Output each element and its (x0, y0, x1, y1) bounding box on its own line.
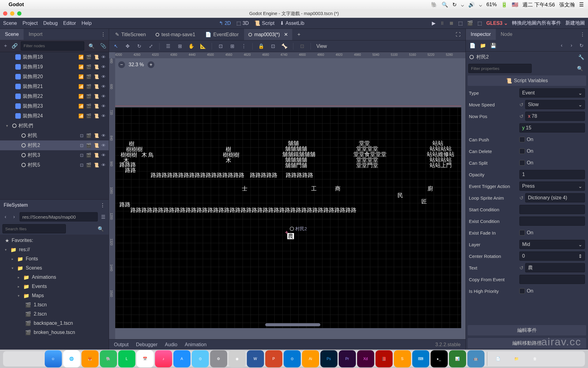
prop-startcond-value[interactable] (519, 205, 585, 214)
scene-node-child[interactable]: 村民5⊡🎬📜👁 (0, 160, 109, 170)
script-icon[interactable]: 🎬 (86, 55, 91, 59)
dock-music[interactable]: ♪ (155, 350, 172, 367)
dock-finder[interactable]: ☺ (45, 350, 62, 367)
dock-xd[interactable]: Xd (357, 350, 374, 367)
play-scene-button[interactable]: ⬚ (458, 20, 463, 26)
script-icon[interactable]: 🎬 (86, 113, 91, 118)
viewport-hscrollbar[interactable] (265, 323, 320, 326)
dock-acrobat[interactable]: 📕 (375, 350, 393, 367)
mode-script[interactable]: 📜Script (254, 20, 274, 26)
visibility-icon[interactable]: 👁 (101, 133, 106, 138)
prop-eventtrigger-dropdown[interactable]: Press⌄ (519, 182, 585, 191)
script-icon[interactable]: 🎬 (86, 163, 91, 167)
instance-icon[interactable]: ⊡ (80, 143, 84, 148)
menu-editor[interactable]: Editor (63, 21, 76, 26)
edit-event-button[interactable]: 編輯事件 (468, 325, 586, 335)
script-icon[interactable]: 🎬 (86, 104, 91, 109)
dock-terminal[interactable]: ▸_ (431, 350, 448, 367)
prop-canpush-checkbox[interactable] (519, 137, 525, 142)
script-icon[interactable]: 🎬 (86, 153, 91, 158)
script-icon[interactable]: 🎬 (86, 64, 91, 69)
dock-calendar[interactable]: 📅 (137, 350, 154, 367)
battery-percent[interactable]: 61% (486, 2, 497, 8)
scene-tree[interactable]: 裝飾用18📶🎬📜👁裝飾用19📶🎬📜👁裝飾用20📶🎬📜👁裝飾用21📶🎬📜👁裝飾用2… (0, 52, 109, 199)
script-icon[interactable]: 🎬 (86, 74, 91, 79)
signal-icon[interactable]: 📜 (94, 94, 99, 99)
scene-node-child[interactable]: 村民⊡🎬📜👁 (0, 131, 109, 140)
selected-node-label[interactable]: 村民2 (290, 226, 307, 231)
battery-icon[interactable]: 🔋 (501, 2, 507, 8)
open-scene-tab[interactable]: map0003(*)✕ (244, 29, 292, 40)
signal-icon[interactable]: 📜 (94, 84, 99, 89)
view-menu[interactable]: View (316, 44, 327, 49)
fs-view-toggle[interactable]: ☰ (100, 214, 106, 220)
instance-icon[interactable]: ⊡ (80, 133, 84, 138)
dock-activity[interactable]: 📊 (449, 350, 466, 367)
ruler-tool[interactable]: 📐 (200, 43, 206, 49)
script-icon[interactable]: 🎬 (86, 133, 91, 138)
dock-word[interactable]: W (247, 350, 264, 367)
open-scene-tab[interactable]: test-map-save1 (151, 29, 199, 40)
group-button[interactable]: ⊡ (270, 43, 276, 49)
dock-trash[interactable]: 🗑 (526, 350, 544, 367)
pan-tool[interactable]: ✋ (188, 43, 194, 49)
fs-back-button[interactable]: ‹ (2, 214, 9, 220)
instance-scene-button[interactable]: 🔗 (12, 43, 18, 49)
signal-icon[interactable]: 📜 (94, 153, 99, 158)
dock-line[interactable]: L (118, 350, 135, 367)
history-prev-button[interactable]: ‹ (559, 43, 565, 48)
object-menu-button[interactable]: 🔧 (578, 54, 584, 60)
fs-file[interactable]: 🎬2.tscn (0, 309, 109, 319)
fs-folder[interactable]: ▾📁Scenes (0, 263, 109, 273)
statusbar-evernote-icon[interactable]: 🐘 (431, 2, 437, 8)
save-resource-button[interactable]: 💾 (490, 43, 496, 48)
pause-button[interactable]: ⏸ (440, 21, 445, 26)
scene-node-child[interactable]: 村民3⊡🎬📜👁 (0, 150, 109, 160)
zoom-in-button[interactable]: + (148, 61, 154, 68)
signal-icon[interactable]: 📜 (94, 64, 99, 69)
signal-icon[interactable]: 📜 (94, 74, 99, 79)
history-next-button[interactable]: › (568, 43, 575, 48)
filter-properties-input[interactable] (468, 64, 532, 73)
close-tab-icon[interactable]: ✕ (284, 32, 288, 37)
zoom-out-button[interactable]: − (118, 61, 125, 68)
visibility-icon[interactable]: 👁 (101, 104, 106, 109)
dock-sublime[interactable]: S (394, 350, 411, 367)
dock-powerpoint[interactable]: P (265, 350, 282, 367)
dock-downloads[interactable]: 📁 (508, 350, 525, 367)
input-flag[interactable]: 🇺🇸 (512, 2, 518, 8)
distraction-free-button[interactable]: ⛶ (456, 32, 461, 37)
smart-snap-toggle[interactable]: ⊞ (229, 43, 235, 49)
export-button[interactable]: ⬚ (477, 20, 482, 26)
prop-nowpos-x[interactable]: x78 (525, 112, 585, 121)
visibility-icon[interactable]: 👁 (101, 113, 106, 118)
fs-folder[interactable]: ▸📁Events (0, 282, 109, 291)
script-icon[interactable]: 🎬 (86, 143, 91, 148)
reset-icon[interactable]: ↺ (519, 113, 523, 119)
signal-icon[interactable]: 📜 (94, 163, 99, 167)
menu-help[interactable]: Help (81, 21, 92, 26)
scale-tool[interactable]: ⤢ (148, 43, 154, 49)
prop-text-input[interactable]: 農 (525, 263, 585, 272)
add-node-button[interactable]: ＋ (2, 43, 9, 49)
mode-assetlib[interactable]: ⬇AssetLib (280, 20, 304, 26)
prop-centerrot-input[interactable]: 0⇕ (519, 251, 585, 261)
renderer-dropdown[interactable]: GLES3 ⌄ (486, 20, 508, 26)
tab-audio[interactable]: Audio (165, 342, 177, 347)
open-scene-tab[interactable]: 📄EventEditor (201, 29, 243, 40)
signal-icon[interactable]: 📜 (94, 143, 99, 148)
reset-icon[interactable]: ↺ (519, 265, 523, 271)
dock-photoshop[interactable]: Ps (320, 350, 337, 367)
close-window-button[interactable] (3, 11, 7, 16)
instance-icon[interactable]: ⊡ (80, 163, 84, 167)
play-button[interactable]: ▶ (432, 20, 435, 26)
signal-icon[interactable]: 📜 (94, 133, 99, 138)
dock-menu-icon[interactable]: ⋮ (98, 32, 109, 37)
fs-file[interactable]: 🎬1.tscn (0, 300, 109, 309)
clock[interactable]: 週二 下午4:56 (522, 1, 555, 8)
move-tool[interactable]: ✥ (124, 43, 130, 49)
prop-existfade-checkbox[interactable] (519, 230, 525, 236)
dock-illustrator[interactable]: Ai (302, 350, 319, 367)
statusbar-search-icon[interactable]: 🔍 (442, 2, 448, 8)
fs-folder[interactable]: ▸📁Animations (0, 273, 109, 282)
